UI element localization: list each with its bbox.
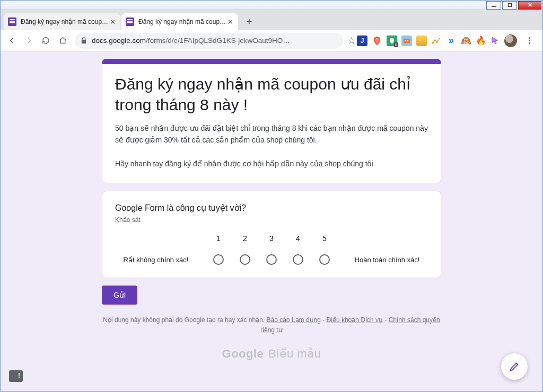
svg-rect-0 xyxy=(404,39,410,43)
form-footer: Nội dung này không phải do Google tạo ra… xyxy=(102,315,441,335)
browser-tab-2-active[interactable]: Đăng ký ngay nhận mã coupon u... ✕ xyxy=(121,13,238,30)
extension-icon[interactable]: 🔥 xyxy=(476,35,486,46)
svg-point-3 xyxy=(432,42,433,43)
window-maximize-button[interactable] xyxy=(502,1,517,10)
question-subtitle: Khảo sát xyxy=(115,216,428,224)
home-button[interactable] xyxy=(55,33,71,49)
exclamation-icon: ! xyxy=(18,372,20,379)
extensions-row: J » 🙉 🔥 xyxy=(357,33,539,49)
extension-icon[interactable]: J xyxy=(357,35,367,46)
os-title-bar: ✕ xyxy=(1,1,542,10)
extension-icon[interactable] xyxy=(416,35,427,46)
tab-title: Đăng ký ngay nhận mã coupon u... xyxy=(138,18,226,25)
svg-point-1 xyxy=(405,40,407,41)
extension-icon[interactable]: » xyxy=(446,35,457,46)
url-path: /forms/d/e/1FAIpQLSdG1KS-jekwOaut9HO… xyxy=(146,37,290,44)
scale-number: 5 xyxy=(322,234,327,243)
scale-number: 3 xyxy=(269,234,274,243)
extension-icon[interactable] xyxy=(431,35,442,46)
browser-menu-button[interactable] xyxy=(521,33,537,49)
reload-button[interactable] xyxy=(38,33,54,49)
window-minimize-button[interactable] xyxy=(486,1,501,10)
edit-form-fab[interactable] xyxy=(501,353,528,380)
cursor-extension-icon[interactable] xyxy=(491,36,500,46)
google-logo-text: Google xyxy=(222,347,264,360)
form-title: Đăng ký ngay nhận mã coupon ưu đãi chỉ t… xyxy=(115,74,428,115)
browser-toolbar: docs.google.com/forms/d/e/1FAIpQLSdG1KS-… xyxy=(1,30,542,51)
new-tab-button[interactable]: + xyxy=(242,15,256,29)
question-title: Google Form là công cụ tuyệt vời? xyxy=(115,203,428,213)
kebab-menu-icon xyxy=(529,37,530,44)
profile-avatar[interactable] xyxy=(504,34,517,47)
google-forms-brand[interactable]: Google Biểu mẫu xyxy=(102,347,441,361)
scale-number: 2 xyxy=(243,234,247,243)
report-abuse-link[interactable]: Báo cáo Lạm dụng xyxy=(267,316,321,324)
forms-brand-text: Biểu mẫu xyxy=(265,347,321,360)
extension-shield-icon[interactable] xyxy=(387,35,397,46)
scale-radio-5[interactable] xyxy=(319,254,330,265)
question-card: Google Form là công cụ tuyệt vời? Khảo s… xyxy=(102,191,441,278)
scale-number: 1 xyxy=(216,234,221,243)
window-frame: ✕ Đăng ký ngay nhận mã coupon ... ✕ Đăng… xyxy=(0,0,543,392)
scale-radio-1[interactable] xyxy=(213,254,224,265)
address-bar[interactable]: docs.google.com/forms/d/e/1FAIpQLSdG1KS-… xyxy=(75,33,343,49)
footer-disclaimer: Nội dung này không phải do Google tạo ra… xyxy=(103,316,266,324)
forward-button[interactable] xyxy=(21,33,37,49)
bookmark-star-icon[interactable]: ☆ xyxy=(347,35,356,47)
terms-link[interactable]: Điều khoản Dịch vụ xyxy=(327,316,383,324)
svg-point-4 xyxy=(435,40,436,41)
linear-scale: Rất không chính xác! 1 2 3 xyxy=(115,234,428,265)
lock-icon xyxy=(80,37,87,44)
back-button[interactable] xyxy=(4,33,20,49)
browser-tab-strip: Đăng ký ngay nhận mã coupon ... ✕ Đăng k… xyxy=(1,10,542,30)
scale-radio-4[interactable] xyxy=(293,254,303,265)
scale-high-label: Hoàn toàn chính xác! xyxy=(347,256,427,265)
forms-favicon-icon xyxy=(8,17,16,26)
url-domain: docs.google.com xyxy=(92,37,146,44)
svg-point-2 xyxy=(407,40,409,41)
form-header-card: Đăng ký ngay nhận mã coupon ưu đãi chỉ t… xyxy=(102,59,441,183)
submit-button[interactable]: Gửi xyxy=(102,286,137,305)
scale-radio-3[interactable] xyxy=(266,254,277,265)
tab-close-icon[interactable]: ✕ xyxy=(226,18,234,25)
feedback-button[interactable]: ! xyxy=(9,370,23,382)
form-container: Đăng ký ngay nhận mã coupon ưu đãi chỉ t… xyxy=(102,51,441,361)
pencil-icon xyxy=(509,361,520,372)
form-description: 50 bạn sẽ nhận được ưu đãi đặt biệt chỉ … xyxy=(115,122,428,170)
tab-close-icon[interactable]: ✕ xyxy=(109,18,116,25)
scale-radio-2[interactable] xyxy=(240,254,250,265)
svg-point-5 xyxy=(436,41,437,42)
extension-icon[interactable]: 🙉 xyxy=(461,35,471,46)
scale-number: 4 xyxy=(296,234,300,243)
forms-favicon-icon xyxy=(126,17,134,26)
tab-title: Đăng ký ngay nhận mã coupon ... xyxy=(21,18,109,25)
brave-shield-icon[interactable] xyxy=(372,35,382,46)
scale-low-label: Rất không chính xác! xyxy=(116,256,196,265)
extension-icon[interactable] xyxy=(401,35,412,46)
browser-tab-1[interactable]: Đăng ký ngay nhận mã coupon ... ✕ xyxy=(4,13,120,30)
window-close-button[interactable]: ✕ xyxy=(518,1,541,10)
page-viewport: Đăng ký ngay nhận mã coupon ưu đãi chỉ t… xyxy=(1,51,542,391)
